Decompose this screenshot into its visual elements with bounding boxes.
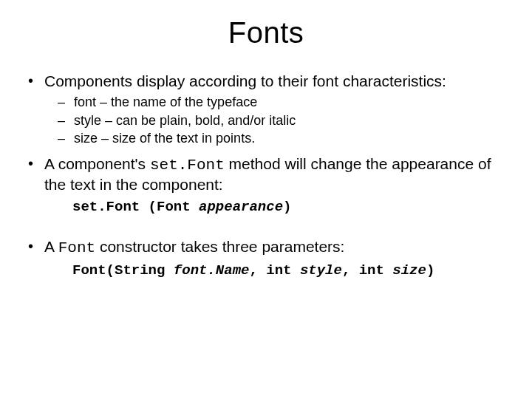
- bullet-3: A Font constructor takes three parameter…: [44, 237, 510, 280]
- bullet-1-sublist: font – the name of the typeface style – …: [44, 94, 510, 147]
- cb3-d: style: [300, 262, 342, 279]
- cb3-b: font.Name: [174, 262, 250, 279]
- slide: Fonts Components display according to th…: [0, 16, 532, 399]
- bullet-3-post: constructor takes three parameters:: [95, 238, 344, 255]
- bullet-2: A component's set.Font method will chang…: [44, 154, 510, 216]
- cb3-g: ): [426, 262, 434, 279]
- slide-body: Components display according to their fo…: [0, 50, 532, 280]
- bullet-2-codeblock: set.Font (Font appearance): [72, 199, 510, 216]
- cb2-a: set.Font (Font: [72, 199, 199, 215]
- bullet-1-text: Components display according to their fo…: [44, 72, 446, 89]
- cb3-a: Font(String: [72, 262, 174, 279]
- bullet-2-pre: A component's: [44, 155, 150, 172]
- sub-1: font – the name of the typeface: [74, 94, 510, 111]
- bullet-1: Components display according to their fo…: [44, 72, 510, 147]
- bullet-3-code: Font: [58, 239, 95, 256]
- bullet-3-pre: A: [44, 238, 58, 255]
- bullet-3-codeblock: Font(String font.Name, int style, int si…: [72, 262, 510, 280]
- bullet-list: Components display according to their fo…: [22, 72, 510, 280]
- cb3-f: size: [392, 262, 426, 279]
- sub-3: size – size of the text in points.: [74, 130, 510, 147]
- cb2-c: ): [283, 199, 291, 215]
- bullet-2-code: set.Font: [150, 157, 225, 174]
- cb3-c: , int: [249, 262, 299, 279]
- cb2-b: appearance: [199, 199, 283, 215]
- spacer: [44, 230, 510, 237]
- sub-2: style – can be plain, bold, and/or itali…: [74, 112, 510, 129]
- cb3-e: , int: [342, 262, 392, 279]
- slide-title: Fonts: [0, 16, 532, 50]
